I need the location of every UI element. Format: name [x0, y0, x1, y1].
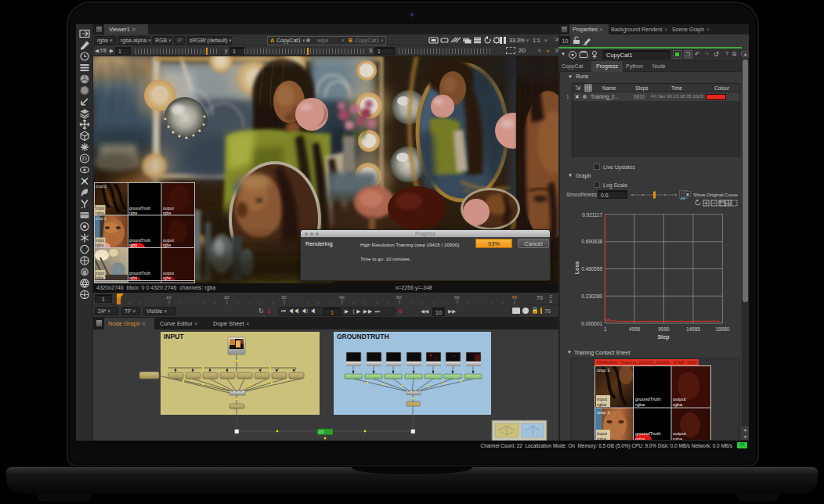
svg-text:crop 3: crop 3 [597, 368, 610, 373]
svg-text:14985: 14985 [686, 326, 700, 332]
svg-text:Loss: Loss [574, 261, 580, 274]
svg-text:crop 3: crop 3 [96, 184, 107, 189]
svg-text:groundTruth: groundTruth [635, 397, 660, 401]
svg-text:19980: 19980 [716, 326, 730, 332]
svg-text:rgba: rgba [673, 402, 683, 407]
svg-text:rgba: rgba [96, 275, 103, 280]
svg-text:0.000001: 0.000001 [581, 321, 602, 326]
svg-text:crop 1: crop 1 [96, 249, 107, 254]
svg-text:D: D [82, 155, 87, 162]
svg-text:rgba: rgba [597, 402, 607, 407]
svg-text:crop 2: crop 2 [597, 410, 610, 415]
svg-text:Step: Step [657, 334, 669, 340]
svg-text:20: 20 [224, 295, 229, 300]
svg-text:rgba: rgba [129, 211, 137, 215]
svg-text:groundTruth: groundTruth [635, 431, 660, 436]
svg-text:rgba: rgba [96, 243, 103, 247]
svg-text:rgba: rgba [129, 275, 137, 280]
svg-text:60: 60 [454, 295, 460, 300]
svg-text:1: 1 [604, 326, 607, 332]
svg-text:INPUT: INPUT [164, 333, 184, 340]
svg-text:rgba: rgba [96, 211, 103, 215]
svg-text:rgba: rgba [129, 243, 137, 247]
svg-text:10: 10 [166, 295, 172, 300]
svg-text:input: input [597, 397, 607, 401]
svg-text:0.230280: 0.230280 [581, 293, 602, 299]
svg-text:30: 30 [281, 295, 287, 300]
svg-text:input: input [597, 431, 607, 436]
svg-text:output: output [673, 431, 686, 436]
svg-text:crop 2: crop 2 [96, 216, 107, 221]
svg-text:50: 50 [396, 295, 402, 300]
svg-text:0.460559: 0.460559 [581, 266, 602, 272]
svg-text:GROUNDTRUTH: GROUNDTRUTH [337, 333, 389, 340]
svg-text:40: 40 [339, 295, 345, 300]
svg-text:0.921117: 0.921117 [582, 212, 602, 218]
svg-text:rgba: rgba [163, 211, 171, 215]
svg-text:9990: 9990 [658, 326, 670, 332]
svg-text:70: 70 [511, 295, 517, 300]
svg-text:rgba: rgba [635, 402, 645, 407]
svg-text:rgba: rgba [163, 243, 171, 247]
svg-text:output: output [673, 397, 686, 401]
svg-text:4995: 4995 [629, 326, 641, 332]
svg-text:0.690838: 0.690838 [581, 239, 602, 244]
svg-text:rgba: rgba [163, 275, 171, 280]
